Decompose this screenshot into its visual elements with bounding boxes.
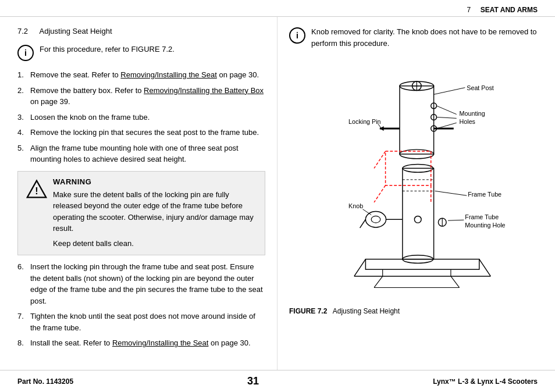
- svg-point-30: [365, 212, 386, 227]
- svg-line-32: [360, 219, 366, 228]
- steps-list-2: 6. Insert the locking pin through the fr…: [17, 261, 265, 349]
- svg-text:Seat Post: Seat Post: [467, 84, 494, 91]
- svg-text:Knob: Knob: [348, 202, 363, 209]
- svg-rect-34: [365, 259, 479, 270]
- warning-title: WARNING: [53, 177, 257, 186]
- list-item: 3. Loosen the knob on the frame tube.: [17, 112, 265, 123]
- page-header: 7 SEAT AND ARMS: [0, 0, 555, 17]
- header-section: SEAT AND ARMS: [481, 6, 538, 14]
- figure-diagram: Seat Post Locking Pin Mounting Holes Kno…: [289, 55, 510, 299]
- list-item: 5. Align the frame tube mounting hole wi…: [17, 142, 265, 165]
- figure-caption-text: Adjusting Seat Height: [333, 307, 400, 315]
- page-footer: Part No. 1143205 31 Lynx™ L-3 & Lynx L-4…: [0, 370, 555, 392]
- list-item: 2. Remove the battery box. Refer to Remo…: [17, 85, 265, 108]
- list-item: 4. Remove the locking pin that secures t…: [17, 127, 265, 138]
- svg-text:Mounting: Mounting: [460, 110, 485, 117]
- info-note-text: For this procedure, refer to FIGURE 7.2.: [40, 44, 175, 55]
- svg-line-36: [479, 259, 491, 276]
- svg-text:!: !: [35, 186, 38, 196]
- svg-text:Holes: Holes: [460, 118, 475, 125]
- svg-line-12: [436, 117, 456, 118]
- section-heading: Adjusting Seat Height: [40, 27, 112, 35]
- svg-line-54: [448, 220, 464, 220]
- right-info-text: Knob removed for clarity. The knob does …: [311, 26, 543, 49]
- left-column: 7.2 Adjusting Seat Height i For this pro…: [0, 17, 278, 370]
- list-item: 6. Insert the locking pin through the fr…: [17, 261, 265, 307]
- figure-caption: FIGURE 7.2 Adjusting Seat Height: [289, 307, 543, 315]
- info-note: i For this procedure, refer to FIGURE 7.…: [17, 44, 265, 61]
- warning-content: WARNING Make sure the detent balls of th…: [53, 177, 257, 250]
- svg-line-49: [363, 209, 372, 215]
- svg-text:Mounting Hole: Mounting Hole: [465, 222, 505, 229]
- svg-point-31: [371, 216, 380, 223]
- svg-point-22: [414, 216, 421, 223]
- figure-id: 7.2: [318, 307, 328, 315]
- page: 7 SEAT AND ARMS 7.2 Adjusting Seat Heigh…: [0, 0, 555, 392]
- svg-rect-15: [403, 168, 434, 259]
- list-item: 8. Install the seat. Refer to Removing/I…: [17, 337, 265, 349]
- svg-line-41: [451, 276, 460, 288]
- svg-line-27: [374, 151, 386, 168]
- section-title: 7.2 Adjusting Seat Height: [17, 26, 265, 35]
- list-item: 7. Tighten the knob until the seat post …: [17, 311, 265, 333]
- info-icon-right: i: [289, 27, 305, 44]
- warning-icon: !: [26, 179, 47, 199]
- svg-text:Locking Pin: Locking Pin: [348, 118, 381, 125]
- svg-line-40: [374, 276, 383, 288]
- svg-line-51: [435, 191, 467, 195]
- page-number: 31: [247, 375, 259, 387]
- svg-line-14: [434, 88, 465, 95]
- part-number: Part No. 1143205: [17, 377, 73, 386]
- svg-text:Frame Tube: Frame Tube: [465, 213, 499, 220]
- right-info-note: i Knob removed for clarity. The knob doe…: [289, 26, 543, 49]
- section-number: 7.2: [17, 27, 28, 35]
- figure-area: Seat Post Locking Pin Mounting Holes Kno…: [289, 55, 543, 305]
- svg-line-35: [354, 259, 366, 276]
- content-area: 7.2 Adjusting Seat Height i For this pro…: [0, 17, 555, 370]
- steps-list: 1. Remove the seat. Refer to Removing/In…: [17, 69, 265, 165]
- header-chapter: 7: [467, 6, 471, 14]
- svg-line-28: [374, 186, 386, 202]
- list-item: 1. Remove the seat. Refer to Removing/In…: [17, 69, 265, 81]
- warning-note: Keep detent balls clean.: [53, 238, 257, 250]
- info-icon: i: [17, 45, 34, 61]
- warning-text: Make sure the detent balls of the lockin…: [53, 189, 257, 234]
- right-column: i Knob removed for clarity. The knob doe…: [278, 17, 555, 370]
- product-name: Lynx™ L-3 & Lynx L-4 Scooters: [433, 377, 538, 386]
- svg-rect-3: [400, 86, 434, 154]
- svg-line-11: [436, 106, 456, 115]
- warning-box: ! WARNING Make sure the detent balls of …: [17, 171, 265, 256]
- svg-text:Frame Tube: Frame Tube: [468, 191, 501, 198]
